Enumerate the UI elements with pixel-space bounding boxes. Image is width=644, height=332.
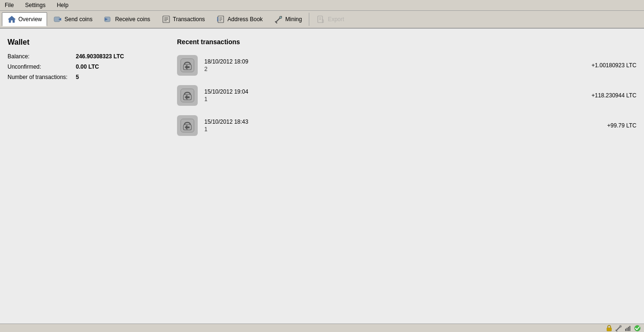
recent-transactions-title: Recent transactions [177,38,636,46]
send-icon [53,15,63,24]
svg-marker-0 [8,16,16,23]
svg-rect-36 [627,328,628,331]
transaction-confirmations-0: 2 [204,66,561,72]
unconfirmed-label: Unconfirmed: [8,63,76,70]
statusbar [0,324,644,332]
svg-point-18 [280,16,282,19]
transaction-item[interactable]: 15/10/2012 19:04 1 +118.230944 LTC [177,83,636,108]
tab-mining[interactable]: Mining [269,12,307,26]
main-content: Wallet Balance: 246.90308323 LTC Unconfi… [0,29,644,324]
transaction-icon-0 [177,55,198,76]
transaction-details-2: 15/10/2012 18:43 1 [204,119,561,133]
receive-icon [104,15,113,24]
signal-status-icon [624,324,632,332]
mining-icon [274,15,283,24]
tab-overview[interactable]: Overview [2,12,47,26]
tab-receive-coins[interactable]: Receive coins [98,12,155,26]
balance-row: Balance: 246.90308323 LTC [8,53,168,60]
svg-rect-37 [628,327,629,331]
transaction-icon-2 [177,115,198,136]
transactions-icon [161,15,171,24]
menu-settings[interactable]: Settings [22,1,48,9]
lock-status-icon [605,324,613,332]
svg-rect-15 [217,20,218,21]
address-book-icon [216,15,225,24]
export-label: Export [328,16,344,23]
svg-rect-35 [625,329,626,331]
home-icon [7,15,16,24]
export-icon [316,15,326,24]
transaction-icon-1 [177,85,198,106]
menubar: File Settings Help [0,0,644,11]
svg-rect-13 [217,17,218,18]
transaction-confirmations-1: 1 [204,96,561,103]
wallet-title: Wallet [8,38,168,47]
transactions-label: Transactions [173,16,205,23]
transaction-date-2: 15/10/2012 18:43 [204,119,561,125]
balance-label: Balance: [8,53,76,60]
menu-help[interactable]: Help [54,1,72,9]
svg-rect-38 [629,326,630,331]
balance-value: 246.90308323 LTC [76,53,124,60]
num-transactions-label: Number of transactions: [8,74,76,80]
svg-point-34 [620,325,621,327]
transaction-date-0: 18/10/2012 18:09 [204,58,561,65]
tab-send-coins[interactable]: Send coins [48,12,97,26]
unconfirmed-row: Unconfirmed: 0.00 LTC [8,63,168,70]
svg-rect-14 [217,19,218,20]
check-status-icon [634,324,641,332]
receive-coins-label: Receive coins [115,16,150,23]
export-button[interactable]: Export [311,12,349,26]
transaction-confirmations-2: 1 [204,126,561,133]
mining-label: Mining [285,16,302,23]
mining-status-icon [615,324,622,332]
toolbar-separator [309,13,309,26]
transaction-amount-2: +99.79 LTC [561,122,636,129]
transaction-details-1: 15/10/2012 19:04 1 [204,88,561,103]
num-transactions-value: 5 [76,74,79,80]
transaction-details-0: 18/10/2012 18:09 2 [204,58,561,72]
transactions-panel: Recent transactions 18/10/2012 18:09 2 +… [177,33,636,319]
num-transactions-row: Number of transactions: 5 [8,74,168,80]
transaction-amount-0: +1.00180923 LTC [561,62,636,69]
transaction-date-1: 15/10/2012 19:04 [204,88,561,95]
toolbar: Overview Send coins Receive coins [0,11,644,29]
tab-transactions[interactable]: Transactions [156,12,210,26]
tab-address-book[interactable]: Address Book [211,12,268,26]
send-coins-label: Send coins [64,16,92,23]
unconfirmed-value: 0.00 LTC [76,63,99,70]
transaction-amount-1: +118.230944 LTC [561,92,636,99]
menu-file[interactable]: File [2,1,16,9]
transaction-item[interactable]: 15/10/2012 18:43 1 +99.79 LTC [177,113,636,138]
address-book-label: Address Book [227,16,263,23]
transaction-item[interactable]: 18/10/2012 18:09 2 +1.00180923 LTC [177,53,636,78]
svg-rect-31 [607,328,612,331]
wallet-panel: Wallet Balance: 246.90308323 LTC Unconfi… [8,33,168,319]
overview-label: Overview [18,16,42,23]
